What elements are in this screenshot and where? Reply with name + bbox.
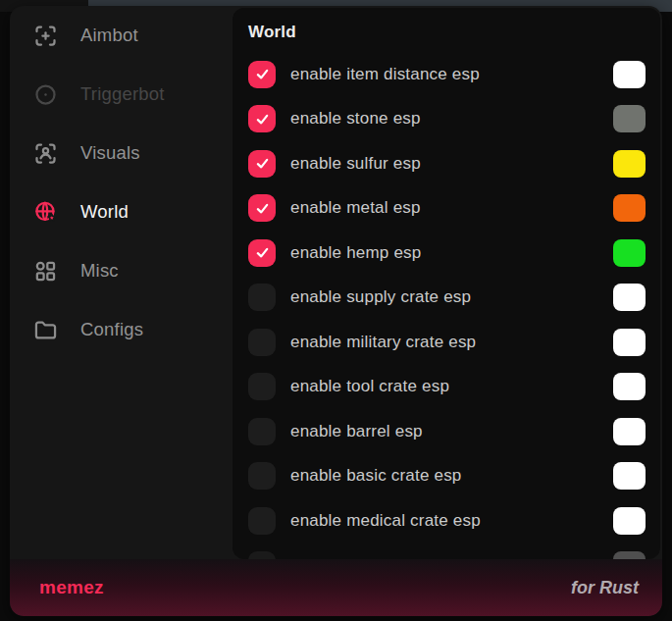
panel-title: World	[233, 8, 660, 47]
color-swatch[interactable]	[613, 239, 646, 267]
checkmark-icon	[254, 155, 271, 172]
sidebar-item-aimbot[interactable]: Aimbot	[10, 6, 233, 65]
checkbox[interactable]	[248, 418, 276, 445]
person-scan-icon	[32, 140, 59, 167]
checkmark-icon	[254, 200, 271, 217]
setting-label: enable sulfur esp	[290, 154, 421, 174]
settings-list: enable item distance esp enable stone es…	[233, 47, 660, 559]
checkbox[interactable]	[248, 462, 276, 490]
color-swatch[interactable]	[613, 551, 646, 559]
checkbox[interactable]	[248, 61, 276, 88]
setting-label: enable basic crate esp	[290, 466, 462, 486]
globe-icon	[32, 199, 59, 226]
setting-row-enable-sulfur-esp: enable sulfur esp	[233, 141, 660, 186]
setting-row-enable-stone-esp: enable stone esp	[233, 97, 660, 142]
checkbox[interactable]	[248, 105, 276, 132]
setting-label: enable medical crate esp	[290, 511, 481, 531]
color-swatch[interactable]	[613, 150, 646, 178]
sidebar-item-misc[interactable]: Misc	[10, 241, 233, 300]
settings-panel: World enable item distance esp enable st…	[233, 8, 660, 559]
checkbox[interactable]	[248, 329, 276, 356]
checkbox[interactable]	[248, 551, 276, 559]
setting-label: enable stone esp	[290, 109, 421, 129]
setting-label: enable barrel esp	[290, 422, 423, 441]
color-swatch[interactable]	[613, 61, 646, 88]
color-swatch[interactable]	[613, 507, 646, 535]
setting-label: enable tool crate esp	[290, 377, 449, 396]
footer: memez for Rust	[10, 559, 662, 616]
sidebar-item-label: Triggerbot	[80, 83, 165, 105]
sidebar: Aimbot Triggerbot Visuals World Misc Con…	[10, 6, 233, 559]
cheat-menu-window: Aimbot Triggerbot Visuals World Misc Con…	[10, 6, 662, 616]
sidebar-item-label: Aimbot	[80, 25, 138, 46]
color-swatch[interactable]	[613, 105, 646, 132]
setting-label: enable item distance esp	[290, 65, 480, 84]
setting-row-enable-barrel-esp: enable barrel esp	[233, 409, 660, 454]
crosshair-frame-icon	[32, 23, 59, 49]
setting-row-enable-basic-crate-esp: enable basic crate esp	[233, 454, 660, 499]
setting-label: enable supply crate esp	[290, 287, 471, 307]
checkbox[interactable]	[248, 373, 276, 400]
checkbox[interactable]	[248, 507, 276, 535]
setting-label: enable military crate esp	[290, 333, 476, 352]
checkmark-icon	[254, 111, 271, 128]
color-swatch[interactable]	[613, 418, 646, 445]
checkbox[interactable]	[248, 239, 276, 267]
folder-icon	[32, 317, 59, 343]
sidebar-item-label: Visuals	[80, 142, 140, 164]
checkbox[interactable]	[248, 284, 276, 311]
checkbox[interactable]	[248, 194, 276, 222]
setting-row-enable-item-distance-esp: enable item distance esp	[233, 52, 660, 97]
sidebar-item-label: World	[80, 201, 129, 223]
setting-row-enable-supply-crate-esp: enable supply crate esp	[233, 276, 660, 321]
target-circle-icon	[32, 81, 59, 108]
sidebar-item-world[interactable]: World	[10, 182, 233, 241]
setting-label: enable metal esp	[290, 198, 421, 218]
setting-row-enable-tool-crate-esp: enable tool crate esp	[233, 365, 660, 410]
color-swatch[interactable]	[613, 329, 646, 356]
color-swatch[interactable]	[613, 373, 646, 400]
setting-row-enable-hemp-esp: enable hemp esp	[233, 231, 660, 276]
checkbox[interactable]	[248, 150, 276, 178]
menu-body: Aimbot Triggerbot Visuals World Misc Con…	[10, 6, 662, 559]
checkmark-icon	[254, 244, 271, 261]
sidebar-item-configs[interactable]: Configs	[10, 300, 233, 359]
sidebar-item-label: Configs	[80, 319, 143, 340]
sidebar-item-visuals[interactable]: Visuals	[10, 124, 233, 182]
sidebar-item-triggerbot[interactable]: Triggerbot	[10, 65, 233, 124]
brand-logo-text: memez	[39, 577, 104, 598]
brand-tagline: for Rust	[571, 578, 639, 598]
setting-row-enable-military-crate-esp: enable military crate esp	[233, 320, 660, 365]
setting-row-enable-medical-crate-esp: enable medical crate esp	[233, 498, 660, 543]
sidebar-item-label: Misc	[80, 260, 119, 282]
setting-row-enable-metal-esp: enable metal esp	[233, 186, 660, 232]
color-swatch[interactable]	[613, 284, 646, 311]
checkmark-icon	[254, 66, 271, 82]
color-swatch[interactable]	[613, 462, 646, 490]
setting-row-clipped	[233, 543, 660, 560]
category-grid-icon	[32, 258, 59, 285]
color-swatch[interactable]	[613, 194, 646, 222]
setting-label: enable hemp esp	[290, 243, 421, 263]
